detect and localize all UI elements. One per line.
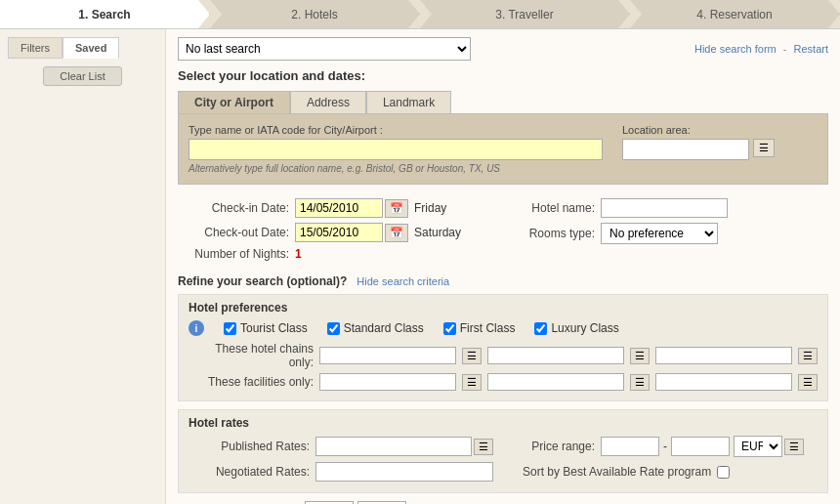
loc-tab-city[interactable]: City or Airport bbox=[178, 91, 290, 113]
tourist-class-checkbox[interactable]: Tourist Class bbox=[224, 321, 308, 335]
top-navigation: 1. Search 2. Hotels 3. Traveller 4. Rese… bbox=[0, 0, 840, 29]
topbar-links: Hide search form - Restart bbox=[694, 43, 828, 55]
published-rates-label: Published Rates: bbox=[189, 440, 315, 453]
loc-tab-landmark[interactable]: Landmark bbox=[366, 91, 451, 113]
negotiated-rates-row: Negotiated Rates: Sort by Best Available… bbox=[189, 462, 818, 482]
facilities-input-1[interactable] bbox=[319, 373, 456, 391]
chains-list-icon-3[interactable]: ☰ bbox=[798, 348, 818, 364]
city-col: Type name or IATA code for City/Airport … bbox=[189, 124, 603, 174]
nights-value: 1 bbox=[295, 247, 302, 261]
date-hotel-section: Check-in Date: 📅 Friday Check-out Date: … bbox=[178, 194, 828, 269]
nav-tab-reservation[interactable]: 4. Reservation bbox=[630, 0, 840, 28]
checkin-row: Check-in Date: 📅 Friday bbox=[178, 198, 493, 218]
checkin-calendar-icon[interactable]: 📅 bbox=[385, 199, 408, 218]
section-title: Select your location and dates: bbox=[178, 68, 828, 83]
sort-checkbox[interactable] bbox=[717, 466, 730, 479]
checkin-input[interactable] bbox=[295, 198, 383, 218]
negotiated-rates-label: Negotiated Rates: bbox=[189, 465, 315, 479]
checkin-day: Friday bbox=[414, 201, 446, 215]
facilities-input-3[interactable] bbox=[655, 373, 792, 391]
published-rates-left: Published Rates: ☰ bbox=[189, 437, 493, 456]
price-dash: - bbox=[663, 440, 667, 453]
rooms-type-row: Rooms type: No preference Single Double … bbox=[513, 223, 828, 244]
loc-tab-address[interactable]: Address bbox=[290, 91, 366, 113]
published-rates-row: Published Rates: ☰ Price range: - EUR US… bbox=[189, 436, 818, 457]
hotel-col: Hotel name: Rooms type: No preference Si… bbox=[513, 198, 828, 265]
published-rates-input[interactable] bbox=[315, 437, 472, 456]
restart-link[interactable]: Restart bbox=[794, 43, 828, 55]
facilities-list-icon-1[interactable]: ☰ bbox=[462, 374, 482, 391]
location-box: Type name or IATA code for City/Airport … bbox=[178, 113, 828, 185]
sort-row: Sort by Best Available Rate program bbox=[513, 465, 818, 479]
facilities-input-2[interactable] bbox=[487, 373, 624, 391]
negotiated-rates-left: Negotiated Rates: bbox=[189, 462, 493, 482]
date-col: Check-in Date: 📅 Friday Check-out Date: … bbox=[178, 198, 493, 265]
hotel-pref-section: Hotel preferences i Tourist Class Standa… bbox=[178, 294, 828, 401]
location-area-label: Location area: bbox=[622, 124, 818, 136]
nights-label: Number of Nights: bbox=[178, 247, 295, 261]
rates-section: Hotel rates Published Rates: ☰ Price ran… bbox=[178, 409, 828, 493]
last-search-select[interactable]: No last search bbox=[178, 37, 471, 61]
location-area-row: ☰ bbox=[622, 139, 818, 160]
nav-tab-traveller[interactable]: 3. Traveller bbox=[420, 0, 630, 28]
hotel-name-row: Hotel name: bbox=[513, 198, 828, 218]
first-class-checkbox[interactable]: First Class bbox=[443, 321, 516, 335]
price-range-to[interactable] bbox=[671, 437, 730, 456]
chains-input-2[interactable] bbox=[487, 347, 624, 364]
location-tabs: City or Airport Address Landmark bbox=[178, 91, 828, 113]
checkout-label: Check-out Date: bbox=[178, 226, 295, 239]
checkout-row: Check-out Date: 📅 Saturday bbox=[178, 223, 493, 242]
facilities-label: These facilities only: bbox=[189, 375, 314, 389]
rates-title: Hotel rates bbox=[189, 416, 818, 430]
location-area-input[interactable] bbox=[622, 139, 749, 160]
location-area-col: Location area: ☰ bbox=[622, 124, 818, 174]
sidebar-tab-saved[interactable]: Saved bbox=[63, 37, 119, 59]
info-icon[interactable]: i bbox=[189, 320, 204, 336]
sort-label: Sort by Best Available Rate program bbox=[523, 465, 711, 479]
published-rates-icon[interactable]: ☰ bbox=[474, 439, 493, 455]
refine-title: Refine your search (optional)? bbox=[178, 274, 347, 288]
chains-input-3[interactable] bbox=[655, 347, 792, 364]
facilities-list-icon-3[interactable]: ☰ bbox=[798, 374, 818, 391]
city-input[interactable] bbox=[189, 139, 603, 160]
city-field-label: Type name or IATA code for City/Airport … bbox=[189, 124, 603, 136]
city-alt-text: Alternatively type full location name, e… bbox=[189, 163, 603, 174]
hotel-name-label: Hotel name: bbox=[513, 201, 601, 215]
price-range-label: Price range: bbox=[513, 440, 601, 453]
hotel-name-input[interactable] bbox=[601, 198, 728, 218]
clear-list-button[interactable]: Clear List bbox=[43, 66, 121, 86]
sidebar: Filters Saved Clear List bbox=[0, 29, 166, 504]
checkout-calendar-icon[interactable]: 📅 bbox=[385, 224, 408, 242]
nav-tab-hotels[interactable]: 2. Hotels bbox=[210, 0, 420, 28]
checkout-day: Saturday bbox=[414, 226, 461, 239]
content-topbar: No last search Hide search form - Restar… bbox=[178, 37, 828, 61]
main-layout: Filters Saved Clear List No last search … bbox=[0, 29, 840, 504]
checkout-input[interactable] bbox=[295, 223, 383, 242]
hotel-class-row: i Tourist Class Standard Class First Cla… bbox=[189, 320, 818, 336]
luxury-class-checkbox[interactable]: Luxury Class bbox=[534, 321, 618, 335]
nav-tab-search[interactable]: 1. Search bbox=[0, 0, 210, 28]
location-area-list-icon[interactable]: ☰ bbox=[753, 139, 775, 157]
content-area: No last search Hide search form - Restar… bbox=[166, 29, 840, 504]
chains-input-1[interactable] bbox=[319, 347, 456, 364]
price-range-from[interactable] bbox=[601, 437, 659, 456]
price-range-right: Price range: - EUR USD GBP ☰ bbox=[513, 436, 818, 457]
checkin-label: Check-in Date: bbox=[178, 201, 295, 215]
chains-label: These hotel chains only: bbox=[189, 342, 314, 369]
facilities-list-icon-2[interactable]: ☰ bbox=[630, 374, 650, 391]
hide-search-form-link[interactable]: Hide search form bbox=[694, 43, 777, 55]
negotiated-rates-input[interactable] bbox=[315, 462, 493, 482]
nights-row: Number of Nights: 1 bbox=[178, 247, 493, 261]
sidebar-tabs: Filters Saved bbox=[8, 37, 157, 59]
rooms-type-select[interactable]: No preference Single Double Twin Suite bbox=[601, 223, 718, 244]
standard-class-checkbox[interactable]: Standard Class bbox=[327, 321, 424, 335]
currency-list-icon[interactable]: ☰ bbox=[784, 439, 804, 455]
hide-criteria-link[interactable]: Hide search criteria bbox=[357, 275, 449, 287]
chains-list-icon-1[interactable]: ☰ bbox=[462, 348, 482, 364]
currency-select[interactable]: EUR USD GBP bbox=[734, 436, 782, 457]
sidebar-tab-filters[interactable]: Filters bbox=[8, 37, 63, 59]
chains-row: These hotel chains only: ☰ ☰ ☰ bbox=[189, 342, 818, 369]
location-row: Type name or IATA code for City/Airport … bbox=[189, 124, 818, 174]
chains-list-icon-2[interactable]: ☰ bbox=[630, 348, 650, 364]
hotel-pref-title: Hotel preferences bbox=[189, 301, 818, 315]
